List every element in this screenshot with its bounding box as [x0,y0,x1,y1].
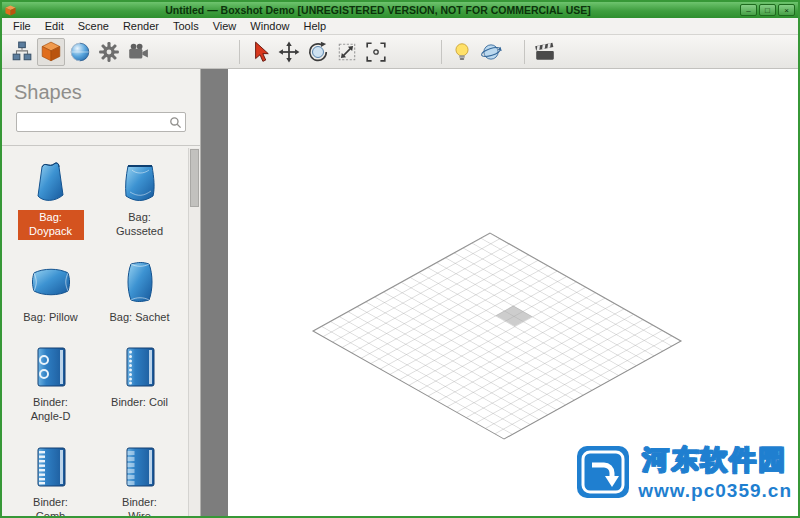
app-window: Untitled — Boxshot Demo [UNREGISTERED VE… [0,0,800,518]
watermark-site-url: www.pc0359.cn [638,480,792,502]
gear-icon [98,41,120,63]
minimize-button[interactable]: – [740,4,757,16]
bag-gusseted-icon [118,158,162,206]
scene-tree-icon [11,41,33,63]
light-bulb-icon [451,41,473,63]
bag-pillow-icon [29,258,73,306]
maximize-button[interactable]: □ [759,4,776,16]
menu-scene[interactable]: Scene [71,19,116,33]
animation-button[interactable] [531,38,559,66]
window-controls: – □ × [740,4,795,16]
window-title: Untitled — Boxshot Demo [UNREGISTERED VE… [20,4,736,16]
shape-item-label: Bag: Sachet [107,310,173,326]
menu-view[interactable]: View [206,19,244,33]
menu-help[interactable]: Help [296,19,333,33]
menu-tools[interactable]: Tools [166,19,206,33]
materials-sphere-icon [69,41,91,63]
bag-sachet-icon [118,258,162,306]
menu-edit[interactable]: Edit [38,19,71,33]
move-icon [278,41,300,63]
shapes-cube-icon [40,41,62,63]
shape-item-binder-wire[interactable]: Binder: Wire [97,443,183,516]
camera-button[interactable] [124,38,152,66]
titlebar[interactable]: Untitled — Boxshot Demo [UNREGISTERED VE… [2,2,798,18]
shape-item-label: Bag: Doypack [18,210,84,240]
binder-wire-icon [118,443,162,491]
scale-tool-button[interactable] [333,38,361,66]
scene-tree-button[interactable] [8,38,36,66]
menubar: File Edit Scene Render Tools View Window… [2,18,798,35]
fit-view-button[interactable] [362,38,390,66]
shape-item-label: Binder: Wire [107,495,173,516]
menu-window[interactable]: Window [243,19,296,33]
toolbar [2,35,798,69]
scale-icon [336,41,358,63]
scrollbar-thumb[interactable] [190,149,199,207]
shape-item-label: Binder: Coil [108,395,171,411]
clapperboard-icon [534,41,556,63]
menu-render[interactable]: Render [116,19,166,33]
shape-item-binder-coil[interactable]: Binder: Coil [97,343,183,425]
shape-item-label: Binder: Comb [18,495,84,516]
scene-canvas[interactable]: 河东软件园 www.pc0359.cn [228,69,798,516]
shape-item-bag-doypack[interactable]: Bag: Doypack [8,158,94,240]
shapes-scrollbar[interactable] [188,148,200,516]
bag-doypack-icon [29,158,73,206]
environment-sphere-icon [480,41,502,63]
shape-item-label: Binder: Angle-D [18,395,84,425]
select-tool-button[interactable] [246,38,274,66]
shapes-list: Bag: Doypack Bag: Gusseted Bag: P [2,146,200,516]
shape-item-bag-gusseted[interactable]: Bag: Gusseted [97,158,183,240]
shapes-button[interactable] [37,38,65,66]
select-arrow-icon [249,41,271,63]
shapes-search-input[interactable] [16,112,186,132]
rotate-tool-button[interactable] [304,38,332,66]
menu-file[interactable]: File [6,19,38,33]
shape-item-label: Bag: Gusseted [107,210,173,240]
rotate-icon [307,41,329,63]
shape-item-binder-comb[interactable]: Binder: Comb [8,443,94,516]
move-tool-button[interactable] [275,38,303,66]
light-button[interactable] [448,38,476,66]
binder-comb-icon [29,443,73,491]
watermark-site-name: 河东软件园 [643,442,788,478]
binder-coil-icon [118,343,162,391]
shape-item-bag-pillow[interactable]: Bag: Pillow [8,258,94,326]
settings-button[interactable] [95,38,123,66]
shape-item-bag-sachet[interactable]: Bag: Sachet [97,258,183,326]
fit-view-icon [365,41,387,63]
close-button[interactable]: × [778,4,795,16]
panel-title: Shapes [2,69,200,112]
shape-item-binder-angle-d[interactable]: Binder: Angle-D [8,343,94,425]
watermark: 河东软件园 www.pc0359.cn [576,442,792,502]
watermark-logo-icon [576,445,630,499]
search-icon [169,115,182,133]
materials-button[interactable] [66,38,94,66]
shapes-panel: Shapes Bag: Doypack [2,69,201,516]
environment-button[interactable] [477,38,505,66]
camera-icon [127,41,149,63]
binder-angle-d-icon [29,343,73,391]
viewport-3d[interactable]: 河东软件园 www.pc0359.cn [201,69,798,516]
app-icon [5,5,16,16]
shape-item-label: Bag: Pillow [20,310,80,326]
